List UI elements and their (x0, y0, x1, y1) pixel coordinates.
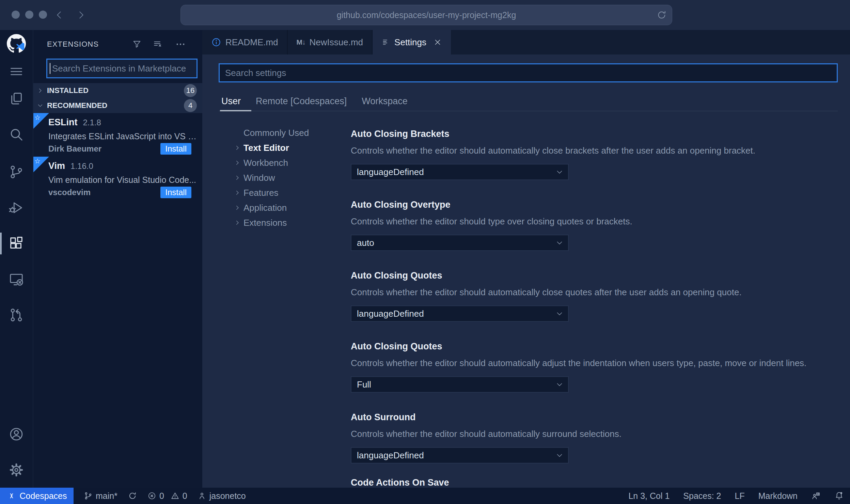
chevron-down-icon (555, 238, 564, 247)
tree-item-commonly-used[interactable]: Commonly Used (202, 125, 339, 140)
tree-item-application[interactable]: Application (202, 200, 339, 215)
scope-tab-user[interactable]: User (221, 96, 241, 107)
cursor-position[interactable]: Ln 3, Col 1 (628, 491, 670, 501)
info-icon (211, 37, 221, 47)
status-bar: Codespaces main* 0 0 (0, 488, 850, 504)
github-octocat-icon (7, 33, 26, 54)
section-installed[interactable]: INSTALLED 16 (33, 83, 202, 98)
tree-item-workbench[interactable]: Workbench (202, 155, 339, 170)
feedback-icon[interactable] (811, 491, 821, 501)
window-zoom-button[interactable] (39, 11, 47, 19)
problems-indicator[interactable]: 0 0 (147, 491, 187, 501)
eol-indicator[interactable]: LF (735, 491, 744, 501)
scope-tab-workspace[interactable]: Workspace (362, 96, 408, 107)
chevron-right-icon (234, 204, 241, 211)
person-icon (198, 491, 206, 500)
codespaces-label: Codespaces (20, 491, 67, 501)
menu-icon[interactable] (7, 62, 26, 81)
search-icon[interactable] (7, 125, 26, 144)
browser-forward-button[interactable] (74, 7, 89, 22)
extensions-sidebar: EXTENSIONS INSTALLED 16 RECOMMENDED 4 (33, 30, 202, 488)
setting-auto-closing-quotes: Auto Closing Quotes Controls whether the… (351, 269, 836, 322)
chevron-down-icon (37, 102, 44, 109)
address-bar[interactable]: github.com/codespaces/user-my-project-mg… (180, 5, 672, 25)
pull-request-icon[interactable] (7, 305, 26, 325)
indentation-indicator[interactable]: Spaces: 2 (683, 491, 721, 501)
tab-newissue[interactable]: M↓ NewIssue.md (288, 30, 373, 54)
setting-dropdown[interactable]: languageDefined (351, 447, 569, 463)
setting-description: Controls whether the editor should autom… (351, 144, 836, 157)
extension-publisher: vscodevim (48, 188, 91, 197)
filter-icon[interactable] (131, 38, 143, 50)
setting-title: Auto Closing Brackets (351, 128, 836, 140)
tab-readme[interactable]: README.md (202, 30, 288, 54)
more-actions-icon[interactable] (174, 38, 187, 50)
user-indicator[interactable]: jasonetco (198, 491, 246, 501)
clear-search-results-icon[interactable] (152, 38, 164, 50)
chevron-right-icon (234, 219, 241, 226)
branch-indicator[interactable]: main* (84, 491, 117, 501)
setting-auto-closing-brackets: Auto Closing Brackets Controls whether t… (351, 128, 836, 180)
codespaces-remote-badge[interactable]: Codespaces (0, 488, 74, 504)
extension-publisher: Dirk Baeumer (48, 144, 101, 154)
tree-item-extensions[interactable]: Extensions (202, 215, 339, 230)
chevron-right-icon (234, 189, 241, 196)
account-icon[interactable] (7, 425, 26, 444)
tree-item-features[interactable]: Features (202, 185, 339, 200)
notifications-bell-icon[interactable] (834, 491, 844, 501)
section-label: INSTALLED (47, 86, 89, 95)
extension-list-item[interactable]: ☆ ESLint 2.1.8 Integrates ESLint JavaScr… (33, 113, 202, 157)
error-icon (147, 491, 156, 500)
settings-search-input[interactable] (219, 63, 838, 82)
star-icon: ☆ (34, 113, 41, 122)
source-control-icon[interactable] (7, 162, 26, 182)
warning-icon (171, 491, 179, 500)
explorer-icon[interactable] (7, 89, 26, 108)
setting-dropdown[interactable]: languageDefined (351, 164, 569, 180)
extension-description: Integrates ESLint JavaScript into VS C..… (48, 131, 199, 141)
activity-bar (0, 30, 33, 488)
tab-settings[interactable]: Settings (373, 30, 451, 54)
warning-count: 0 (183, 491, 187, 501)
run-and-debug-icon[interactable] (7, 198, 26, 217)
chevron-down-icon (555, 309, 564, 318)
browser-chrome: github.com/codespaces/user-my-project-mg… (0, 0, 850, 30)
close-icon[interactable] (433, 38, 442, 47)
reload-icon (656, 10, 667, 20)
window-close-button[interactable] (12, 11, 20, 19)
username: jasonetco (209, 491, 246, 501)
tree-item-text-editor[interactable]: Text Editor (202, 140, 339, 155)
install-button[interactable]: Install (160, 187, 191, 198)
scope-divider (219, 111, 838, 111)
setting-dropdown[interactable]: auto (351, 235, 569, 251)
tree-item-window[interactable]: Window (202, 170, 339, 185)
window-minimize-button[interactable] (25, 11, 33, 19)
tab-strip: README.md M↓ NewIssue.md Settings (202, 30, 850, 54)
setting-title: Auto Surround (351, 411, 836, 423)
branch-icon (84, 491, 93, 500)
active-view-indicator (0, 233, 2, 254)
setting-dropdown[interactable]: Full (351, 376, 569, 393)
extension-version: 2.1.8 (83, 118, 101, 127)
section-recommended[interactable]: RECOMMENDED 4 (33, 98, 202, 113)
settings-gear-icon[interactable] (7, 460, 26, 479)
install-button[interactable]: Install (160, 143, 191, 155)
tab-label: NewIssue.md (310, 37, 363, 48)
setting-dropdown[interactable]: languageDefined (351, 305, 569, 322)
extension-list-item[interactable]: ☆ Vim 1.16.0 Vim emulation for Visual St… (33, 157, 202, 200)
extension-name: Vim (48, 161, 65, 171)
extension-name: ESLint (48, 117, 78, 128)
extensions-search-input[interactable] (46, 59, 198, 78)
tab-label: Settings (394, 37, 426, 48)
reload-button[interactable] (656, 10, 667, 20)
chevron-right-icon (234, 144, 241, 151)
scope-tab-remote[interactable]: Remote [Codespaces] (256, 96, 347, 107)
error-count: 0 (159, 491, 164, 501)
browser-back-button[interactable] (52, 7, 67, 22)
extensions-icon[interactable] (7, 234, 26, 253)
language-mode[interactable]: Markdown (758, 491, 798, 501)
remote-explorer-icon[interactable] (7, 270, 26, 289)
markdown-icon: M↓ (297, 38, 305, 46)
chevron-down-icon (555, 451, 564, 460)
sync-button[interactable] (128, 491, 137, 501)
